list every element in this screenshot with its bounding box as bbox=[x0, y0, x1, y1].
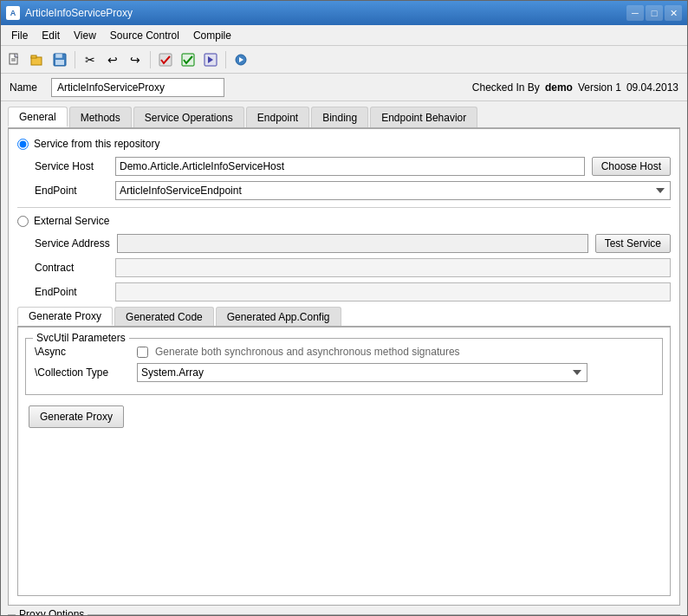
service-from-repo-radio[interactable] bbox=[17, 139, 29, 150]
toolbar-sep-2 bbox=[150, 51, 151, 68]
minimize-button[interactable]: ─ bbox=[626, 5, 644, 21]
choose-host-button[interactable]: Choose Host bbox=[592, 157, 671, 176]
new-button[interactable] bbox=[4, 49, 25, 70]
menu-view[interactable]: View bbox=[67, 26, 103, 45]
async-checkbox[interactable] bbox=[137, 347, 148, 358]
compile-button[interactable] bbox=[230, 49, 251, 70]
version-label: Version 1 bbox=[578, 81, 621, 94]
endpoint-repo-select[interactable]: ArticleInfoServiceEndpoint bbox=[115, 181, 671, 200]
tab-general[interactable]: General bbox=[8, 107, 68, 127]
external-service-row: External Service bbox=[17, 215, 671, 227]
test-service-button[interactable]: Test Service bbox=[595, 234, 671, 253]
collection-type-select[interactable]: System.Array bbox=[137, 363, 587, 382]
general-tab-content: Service from this repository Service Hos… bbox=[8, 129, 680, 606]
contract-row: Contract bbox=[35, 258, 671, 277]
svg-rect-6 bbox=[55, 54, 62, 58]
toolbar: ✂ ↩ ↪ bbox=[1, 46, 687, 74]
divider-1 bbox=[17, 207, 671, 208]
date-label: 09.04.2013 bbox=[626, 81, 678, 94]
user-name: demo bbox=[545, 81, 573, 94]
service-host-label: Service Host bbox=[35, 160, 108, 172]
collection-type-label: \Collection Type bbox=[35, 366, 130, 379]
inner-tab-generate-proxy[interactable]: Generate Proxy bbox=[17, 307, 113, 326]
redo-button[interactable]: ↪ bbox=[125, 49, 146, 70]
checkin-button[interactable] bbox=[178, 49, 198, 70]
service-host-row: Service Host Choose Host bbox=[35, 157, 671, 176]
svcutil-group: SvcUtil Parameters \Async Generate both … bbox=[25, 338, 663, 395]
generate-proxy-btn-container: Generate Proxy bbox=[29, 405, 663, 428]
maximize-button[interactable]: □ bbox=[646, 5, 663, 21]
menu-edit[interactable]: Edit bbox=[35, 26, 67, 45]
name-value: ArticleInfoServiceProxy bbox=[51, 78, 224, 97]
inner-tab-content: SvcUtil Parameters \Async Generate both … bbox=[17, 327, 671, 596]
name-bar: Name ArticleInfoServiceProxy Checked In … bbox=[1, 74, 687, 101]
proxy-options-group: Proxy Options Generate wrapper for all p… bbox=[8, 614, 680, 615]
svg-rect-7 bbox=[55, 60, 64, 65]
check-button[interactable] bbox=[155, 49, 176, 70]
external-service-label: External Service bbox=[34, 215, 109, 227]
tab-binding[interactable]: Binding bbox=[311, 107, 368, 127]
tab-endpoint[interactable]: Endpoint bbox=[246, 107, 309, 127]
service-address-row: Service Address Test Service bbox=[35, 234, 671, 253]
proxy-options-title: Proxy Options bbox=[16, 608, 88, 615]
endpoint-repo-row: EndPoint ArticleInfoServiceEndpoint bbox=[35, 181, 671, 200]
cut-button[interactable]: ✂ bbox=[80, 49, 101, 70]
app-icon: A bbox=[6, 6, 20, 20]
endpoint-ext-row: EndPoint bbox=[35, 282, 671, 302]
checked-in-label: Checked In By bbox=[472, 81, 540, 94]
async-row: \Async Generate both synchronous and asy… bbox=[35, 346, 653, 358]
async-label: \Async bbox=[35, 346, 130, 358]
main-content: General Methods Service Operations Endpo… bbox=[1, 101, 687, 615]
outer-tab-bar: General Methods Service Operations Endpo… bbox=[8, 107, 680, 129]
name-label: Name bbox=[10, 81, 44, 94]
title-text: ArticleInfoServiceProxy bbox=[25, 7, 133, 19]
toolbar-sep-1 bbox=[75, 51, 75, 68]
service-from-repo-label: Service from this repository bbox=[34, 138, 159, 150]
external-service-radio[interactable] bbox=[17, 216, 29, 227]
endpoint-repo-label: EndPoint bbox=[35, 185, 108, 197]
service-from-repo-row: Service from this repository bbox=[17, 138, 671, 150]
svcutil-group-title: SvcUtil Parameters bbox=[33, 332, 129, 344]
service-host-input[interactable] bbox=[115, 157, 585, 176]
undo-button[interactable]: ↩ bbox=[102, 49, 123, 70]
open-button[interactable] bbox=[27, 49, 48, 70]
tab-methods[interactable]: Methods bbox=[69, 107, 132, 127]
save-button[interactable] bbox=[49, 49, 70, 70]
async-description: Generate both synchronous and asynchrono… bbox=[155, 346, 460, 358]
menu-compile[interactable]: Compile bbox=[186, 26, 238, 45]
endpoint-ext-select[interactable] bbox=[115, 282, 671, 302]
menu-source-control[interactable]: Source Control bbox=[103, 26, 186, 45]
tab-endpoint-behavior[interactable]: Endpoint Behavior bbox=[370, 107, 477, 127]
service-address-input[interactable] bbox=[117, 234, 588, 253]
menu-file[interactable]: File bbox=[4, 26, 35, 45]
inner-tab-generated-code[interactable]: Generated Code bbox=[114, 307, 214, 326]
checkout-button[interactable] bbox=[200, 49, 221, 70]
name-meta: Checked In By demo Version 1 09.04.2013 bbox=[472, 81, 678, 94]
menu-bar: File Edit View Source Control Compile bbox=[1, 25, 687, 46]
contract-label: Contract bbox=[35, 262, 108, 274]
endpoint-ext-label: EndPoint bbox=[35, 286, 108, 298]
toolbar-sep-3 bbox=[225, 51, 226, 68]
inner-tab-generated-app-config[interactable]: Generated App.Config bbox=[216, 307, 341, 326]
collection-type-row: \Collection Type System.Array bbox=[35, 363, 653, 382]
contract-select[interactable] bbox=[115, 258, 671, 277]
service-address-label: Service Address bbox=[35, 237, 110, 250]
inner-tab-bar: Generate Proxy Generated Code Generated … bbox=[17, 307, 671, 327]
svg-rect-4 bbox=[31, 55, 36, 58]
title-bar: A ArticleInfoServiceProxy ─ □ ✕ bbox=[1, 1, 687, 25]
generate-proxy-button[interactable]: Generate Proxy bbox=[29, 405, 124, 428]
tab-service-operations[interactable]: Service Operations bbox=[133, 107, 244, 127]
close-button[interactable]: ✕ bbox=[665, 5, 682, 21]
